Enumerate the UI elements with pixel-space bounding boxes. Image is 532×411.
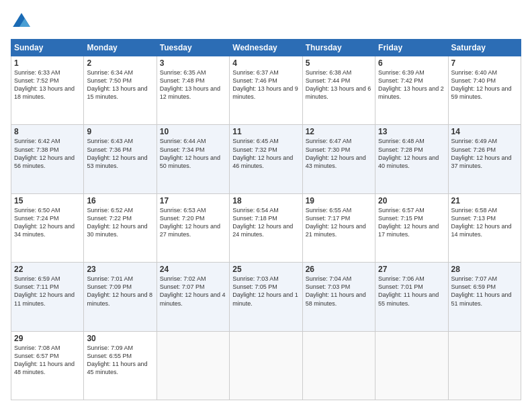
day-info: Sunrise: 6:42 AMSunset: 7:38 PMDaylight:… — [14, 137, 81, 170]
day-info: Sunrise: 6:38 AMSunset: 7:44 PMDaylight:… — [306, 68, 372, 101]
calendar-cell: 29Sunrise: 7:08 AMSunset: 6:57 PMDayligh… — [11, 331, 84, 400]
day-info: Sunrise: 6:48 AMSunset: 7:28 PMDaylight:… — [378, 137, 445, 170]
logo — [11, 11, 35, 32]
day-header-monday: Monday — [84, 40, 157, 56]
calendar-cell: 18Sunrise: 6:54 AMSunset: 7:18 PMDayligh… — [230, 193, 302, 262]
day-info: Sunrise: 6:53 AMSunset: 7:20 PMDaylight:… — [160, 206, 226, 239]
calendar-cell: 9Sunrise: 6:43 AMSunset: 7:36 PMDaylight… — [84, 125, 157, 193]
calendar-cell: 3Sunrise: 6:35 AMSunset: 7:48 PMDaylight… — [157, 56, 229, 125]
page: SundayMondayTuesdayWednesdayThursdayFrid… — [0, 0, 532, 411]
week-row-5: 29Sunrise: 7:08 AMSunset: 6:57 PMDayligh… — [11, 331, 521, 400]
logo-icon — [11, 11, 32, 32]
calendar-cell — [230, 331, 302, 400]
week-row-1: 1Sunrise: 6:33 AMSunset: 7:52 PMDaylight… — [11, 56, 521, 125]
day-number: 6 — [378, 58, 445, 68]
day-number: 5 — [306, 58, 372, 68]
day-number: 16 — [87, 196, 153, 205]
day-info: Sunrise: 6:54 AMSunset: 7:18 PMDaylight:… — [232, 206, 299, 239]
calendar-cell: 19Sunrise: 6:55 AMSunset: 7:17 PMDayligh… — [302, 193, 375, 262]
day-info: Sunrise: 7:03 AMSunset: 7:05 PMDaylight:… — [232, 275, 299, 308]
day-number: 19 — [306, 196, 372, 205]
day-number: 10 — [160, 127, 226, 136]
calendar-cell: 23Sunrise: 7:01 AMSunset: 7:09 PMDayligh… — [84, 263, 157, 331]
calendar-cell: 16Sunrise: 6:52 AMSunset: 7:22 PMDayligh… — [84, 193, 157, 262]
day-info: Sunrise: 6:35 AMSunset: 7:48 PMDaylight:… — [160, 68, 226, 101]
day-number: 21 — [451, 196, 518, 205]
calendar-cell: 26Sunrise: 7:04 AMSunset: 7:03 PMDayligh… — [302, 263, 375, 331]
day-header-sunday: Sunday — [11, 40, 84, 56]
day-number: 14 — [451, 127, 518, 136]
day-number: 2 — [87, 58, 153, 68]
day-info: Sunrise: 7:04 AMSunset: 7:03 PMDaylight:… — [306, 275, 372, 308]
calendar-cell: 13Sunrise: 6:48 AMSunset: 7:28 PMDayligh… — [375, 125, 448, 193]
calendar-cell — [375, 331, 448, 400]
calendar-cell: 6Sunrise: 6:39 AMSunset: 7:42 PMDaylight… — [375, 56, 448, 125]
calendar-cell: 28Sunrise: 7:07 AMSunset: 6:59 PMDayligh… — [448, 263, 521, 331]
calendar-cell: 24Sunrise: 7:02 AMSunset: 7:07 PMDayligh… — [157, 263, 229, 331]
calendar-cell: 30Sunrise: 7:09 AMSunset: 6:55 PMDayligh… — [84, 331, 157, 400]
day-number: 1 — [14, 58, 81, 68]
day-header-tuesday: Tuesday — [157, 40, 229, 56]
day-info: Sunrise: 7:07 AMSunset: 6:59 PMDaylight:… — [451, 275, 518, 308]
day-info: Sunrise: 6:39 AMSunset: 7:42 PMDaylight:… — [378, 68, 445, 101]
calendar-cell — [448, 331, 521, 400]
calendar-cell: 15Sunrise: 6:50 AMSunset: 7:24 PMDayligh… — [11, 193, 84, 262]
day-header-friday: Friday — [375, 40, 448, 56]
calendar-header: SundayMondayTuesdayWednesdayThursdayFrid… — [11, 40, 521, 56]
day-info: Sunrise: 7:02 AMSunset: 7:07 PMDaylight:… — [160, 275, 226, 308]
day-info: Sunrise: 6:34 AMSunset: 7:50 PMDaylight:… — [87, 68, 153, 101]
day-number: 18 — [232, 196, 299, 205]
header — [11, 11, 521, 32]
day-number: 4 — [232, 58, 299, 68]
day-info: Sunrise: 6:44 AMSunset: 7:34 PMDaylight:… — [160, 137, 226, 170]
day-number: 26 — [306, 265, 372, 274]
calendar-cell — [157, 331, 229, 400]
day-number: 3 — [160, 58, 226, 68]
calendar-cell: 20Sunrise: 6:57 AMSunset: 7:15 PMDayligh… — [375, 193, 448, 262]
day-number: 28 — [451, 265, 518, 274]
day-number: 13 — [378, 127, 445, 136]
day-number: 12 — [306, 127, 372, 136]
day-info: Sunrise: 6:52 AMSunset: 7:22 PMDaylight:… — [87, 206, 153, 239]
day-header-saturday: Saturday — [448, 40, 521, 56]
calendar-cell: 14Sunrise: 6:49 AMSunset: 7:26 PMDayligh… — [448, 125, 521, 193]
week-row-4: 22Sunrise: 6:59 AMSunset: 7:11 PMDayligh… — [11, 263, 521, 331]
calendar-cell: 27Sunrise: 7:06 AMSunset: 7:01 PMDayligh… — [375, 263, 448, 331]
day-number: 27 — [378, 265, 445, 274]
day-info: Sunrise: 6:37 AMSunset: 7:46 PMDaylight:… — [232, 68, 299, 101]
calendar-body: 1Sunrise: 6:33 AMSunset: 7:52 PMDaylight… — [11, 56, 521, 400]
day-number: 29 — [14, 334, 81, 343]
calendar-cell: 5Sunrise: 6:38 AMSunset: 7:44 PMDaylight… — [302, 56, 375, 125]
day-info: Sunrise: 6:40 AMSunset: 7:40 PMDaylight:… — [451, 68, 518, 101]
day-info: Sunrise: 7:06 AMSunset: 7:01 PMDaylight:… — [378, 275, 445, 308]
calendar-cell: 11Sunrise: 6:45 AMSunset: 7:32 PMDayligh… — [230, 125, 302, 193]
day-number: 11 — [232, 127, 299, 136]
day-number: 7 — [451, 58, 518, 68]
day-header-thursday: Thursday — [302, 40, 375, 56]
calendar-cell: 1Sunrise: 6:33 AMSunset: 7:52 PMDaylight… — [11, 56, 84, 125]
calendar-cell: 17Sunrise: 6:53 AMSunset: 7:20 PMDayligh… — [157, 193, 229, 262]
day-header-wednesday: Wednesday — [230, 40, 302, 56]
calendar-cell: 21Sunrise: 6:58 AMSunset: 7:13 PMDayligh… — [448, 193, 521, 262]
calendar-cell: 2Sunrise: 6:34 AMSunset: 7:50 PMDaylight… — [84, 56, 157, 125]
day-info: Sunrise: 6:57 AMSunset: 7:15 PMDaylight:… — [378, 206, 445, 239]
day-number: 9 — [87, 127, 153, 136]
day-info: Sunrise: 6:50 AMSunset: 7:24 PMDaylight:… — [14, 206, 81, 239]
day-info: Sunrise: 6:33 AMSunset: 7:52 PMDaylight:… — [14, 68, 81, 101]
day-info: Sunrise: 7:09 AMSunset: 6:55 PMDaylight:… — [87, 344, 153, 377]
day-number: 8 — [14, 127, 81, 136]
week-row-3: 15Sunrise: 6:50 AMSunset: 7:24 PMDayligh… — [11, 193, 521, 262]
day-info: Sunrise: 6:49 AMSunset: 7:26 PMDaylight:… — [451, 137, 518, 170]
day-info: Sunrise: 6:45 AMSunset: 7:32 PMDaylight:… — [232, 137, 299, 170]
calendar-cell — [302, 331, 375, 400]
calendar-table: SundayMondayTuesdayWednesdayThursdayFrid… — [11, 39, 521, 400]
day-info: Sunrise: 6:55 AMSunset: 7:17 PMDaylight:… — [306, 206, 372, 239]
calendar-cell: 10Sunrise: 6:44 AMSunset: 7:34 PMDayligh… — [157, 125, 229, 193]
calendar-cell: 8Sunrise: 6:42 AMSunset: 7:38 PMDaylight… — [11, 125, 84, 193]
day-number: 15 — [14, 196, 81, 205]
day-number: 23 — [87, 265, 153, 274]
calendar-cell: 4Sunrise: 6:37 AMSunset: 7:46 PMDaylight… — [230, 56, 302, 125]
day-number: 17 — [160, 196, 226, 205]
day-info: Sunrise: 7:01 AMSunset: 7:09 PMDaylight:… — [87, 275, 153, 308]
calendar-cell: 25Sunrise: 7:03 AMSunset: 7:05 PMDayligh… — [230, 263, 302, 331]
